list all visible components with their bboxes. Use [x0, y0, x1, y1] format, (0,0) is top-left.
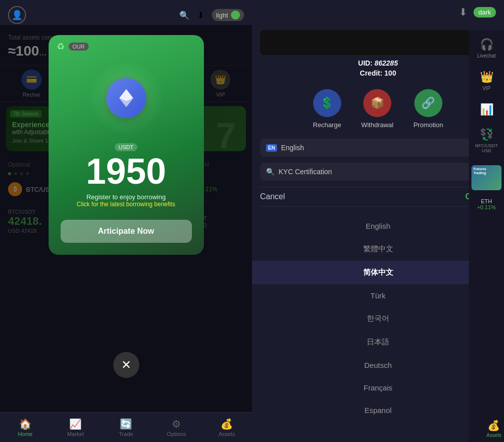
- nav-trade[interactable]: 🔄 Trade: [101, 412, 151, 442]
- bottom-nav: 🏠 Home 📈 Market 🔄 Trade ⚙ Options 💰 Asse…: [0, 412, 252, 442]
- avatar[interactable]: 👤: [8, 6, 26, 24]
- market-icon: 📈: [69, 418, 82, 430]
- top-bar-right: ⬇ dark: [252, 0, 504, 24]
- sidebar-livechat[interactable]: 🎧 Livechat: [469, 34, 504, 63]
- cancel-button[interactable]: Cancel: [260, 192, 285, 201]
- modal-logo-icon: ♻: [57, 41, 65, 52]
- top-bar-icons: 🔍 ⬇ light: [179, 9, 244, 21]
- withdrawal-btn-label: Withdrawal: [361, 121, 393, 129]
- vip-sidebar-icon: 👑: [480, 71, 493, 84]
- assets-label: Assets: [486, 432, 501, 438]
- assets-icon: 💰: [487, 419, 500, 431]
- nav-assets[interactable]: 💰 Assets: [201, 412, 252, 442]
- close-modal-button[interactable]: ✕: [113, 352, 139, 378]
- recharge-btn-label: Recharge: [313, 121, 341, 129]
- thumbnail-card: Futures Trading: [471, 165, 501, 190]
- nav-assets-label: Assets: [218, 431, 235, 437]
- home-icon: 🏠: [19, 418, 32, 430]
- dark-theme-label: dark: [478, 9, 491, 16]
- modal-header: ♻ OUR: [49, 35, 204, 58]
- lang-traditional-chinese[interactable]: 繁體中文: [252, 237, 504, 261]
- kyc-label: KYC Certification: [279, 168, 332, 176]
- withdrawal-btn[interactable]: 📦 Withdrawal: [361, 89, 393, 129]
- nav-trade-label: Trade: [119, 431, 133, 437]
- assets-nav-icon: 💰: [220, 418, 233, 430]
- borrow-link[interactable]: Click for the latest borrowing benefits: [61, 201, 192, 208]
- promotion-circle: 🔗: [414, 89, 442, 117]
- right-sidebar: 🎧 Livechat 👑 VIP 📊 💱 NFC/USDTUSD Futures…: [469, 30, 504, 442]
- kyc-icon: 🔍: [266, 168, 275, 176]
- nav-market[interactable]: 📈 Market: [51, 412, 101, 442]
- assets-bottom[interactable]: 💰 Assets: [486, 419, 501, 438]
- register-text: Register to enjoy borrowing: [61, 193, 192, 201]
- lang-korean[interactable]: 한국어: [252, 307, 504, 330]
- right-panel: ⬇ dark UID: 862285 Credit: 100 💲 Recharg…: [252, 0, 504, 442]
- chart-sidebar-icon: 📊: [480, 103, 493, 116]
- eth-coin: [106, 78, 146, 118]
- amount-number: 1950: [61, 153, 192, 189]
- theme-toggle[interactable]: light: [212, 9, 244, 21]
- close-icon: ✕: [121, 358, 131, 372]
- theme-label: light: [216, 12, 228, 19]
- promotion-btn-label: Promotion: [413, 121, 443, 129]
- promotion-btn[interactable]: 🔗 Promotion: [413, 89, 443, 129]
- profile-banner: [260, 30, 496, 55]
- modal-logo: OUR: [69, 43, 89, 51]
- promo-modal: ♻ OUR USDT 1950 Register to e: [49, 35, 204, 255]
- nfc-sidebar-icon: 💱: [480, 128, 493, 141]
- lang-german[interactable]: Deutsch: [252, 354, 504, 376]
- nav-options[interactable]: ⚙ Options: [151, 412, 202, 442]
- lang-japanese[interactable]: 日本語: [252, 330, 504, 354]
- uid-text: UID: 862285: [358, 59, 398, 67]
- language-list: English 繁體中文 简体中文 Türk 한국어 日本語 Deutsch F…: [252, 211, 504, 442]
- nav-home[interactable]: 🏠 Home: [0, 412, 51, 442]
- download-icon[interactable]: ⬇: [197, 11, 204, 20]
- credit-value: 100: [384, 69, 396, 77]
- language-selector[interactable]: EN English ▾: [260, 139, 496, 157]
- nav-home-label: Home: [18, 431, 33, 437]
- participate-button[interactable]: Articipate Now: [61, 220, 192, 243]
- kyc-row[interactable]: 🔍 KYC Certification: [260, 163, 496, 181]
- lang-french[interactable]: Français: [252, 376, 504, 399]
- withdrawal-btn-icon: 📦: [371, 97, 384, 110]
- thumbnail-text: Futures Trading: [471, 165, 501, 178]
- confirm-row: Cancel Confirm: [260, 187, 496, 207]
- nav-market-label: Market: [67, 431, 84, 437]
- eth-svg: [115, 87, 137, 109]
- lang-flag: EN: [266, 144, 277, 152]
- recharge-btn-icon: 💲: [320, 97, 334, 110]
- modal-overlay: ♻ OUR USDT 1950 Register to e: [0, 25, 252, 412]
- toggle-dot: [231, 11, 240, 20]
- eth-label: ETH: [477, 198, 496, 204]
- lang-current: English: [281, 144, 483, 152]
- recharge-btn[interactable]: 💲 Recharge: [313, 89, 341, 129]
- lang-spanish[interactable]: Espanol: [252, 399, 504, 421]
- promotion-btn-icon: 🔗: [421, 97, 435, 110]
- eth-right: ETH +0.11%: [477, 198, 496, 210]
- vip-sidebar-label: VIP: [482, 86, 490, 91]
- modal-amount-section: USDT 1950 Register to enjoy borrowing Cl…: [49, 138, 204, 212]
- lang-english[interactable]: English: [252, 215, 504, 237]
- options-icon: ⚙: [172, 418, 181, 430]
- sidebar-nfc[interactable]: 💱 NFC/USDTUSD: [469, 124, 504, 157]
- lang-simplified-chinese[interactable]: 简体中文: [252, 261, 504, 284]
- dark-theme-badge[interactable]: dark: [473, 7, 496, 18]
- eth-change: +0.11%: [477, 204, 496, 210]
- action-buttons-row: 💲 Recharge 📦 Withdrawal 🔗 Promotion: [252, 83, 504, 135]
- sidebar-chart[interactable]: 📊: [469, 99, 504, 120]
- withdrawal-circle: 📦: [363, 89, 391, 117]
- sidebar-vip[interactable]: 👑 VIP: [469, 67, 504, 95]
- uid-value: 862285: [374, 59, 398, 67]
- credit-text: Credit: 100: [360, 69, 396, 77]
- user-profile: UID: 862285 Credit: 100: [252, 24, 504, 83]
- modal-coin-area: [49, 58, 204, 138]
- left-panel: 👤 🔍 ⬇ light Total assets converted(USDT)…: [0, 0, 252, 442]
- livechat-sidebar-label: Livechat: [477, 53, 495, 59]
- trade-icon: 🔄: [120, 418, 132, 430]
- search-icon[interactable]: 🔍: [179, 11, 189, 20]
- lang-turkish[interactable]: Türk: [252, 284, 504, 307]
- usdt-badge: USDT: [115, 143, 138, 151]
- recharge-circle: 💲: [313, 89, 341, 117]
- nfc-sidebar-label: NFC/USDTUSD: [475, 143, 498, 153]
- download-icon-right[interactable]: ⬇: [459, 6, 467, 18]
